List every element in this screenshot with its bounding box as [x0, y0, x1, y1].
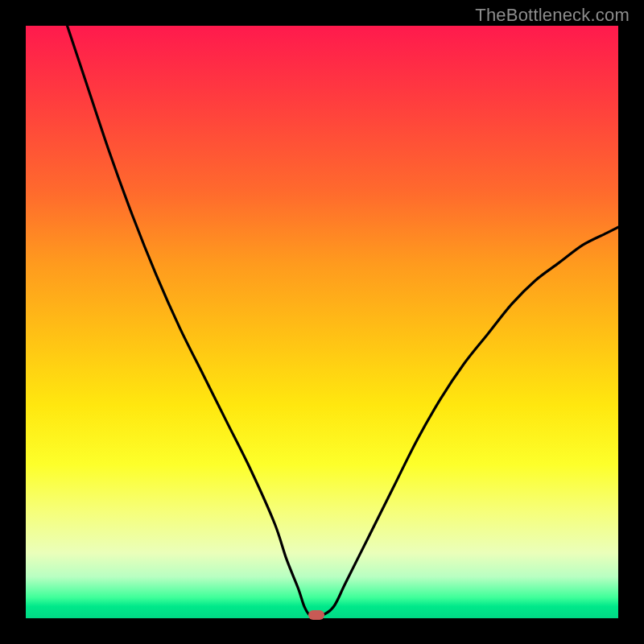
curve-svg — [26, 26, 618, 618]
min-marker — [308, 610, 324, 620]
chart-frame: TheBottleneck.com — [0, 0, 644, 644]
watermark-text: TheBottleneck.com — [475, 5, 630, 26]
plot-area — [26, 26, 618, 618]
curve-path — [68, 26, 618, 617]
